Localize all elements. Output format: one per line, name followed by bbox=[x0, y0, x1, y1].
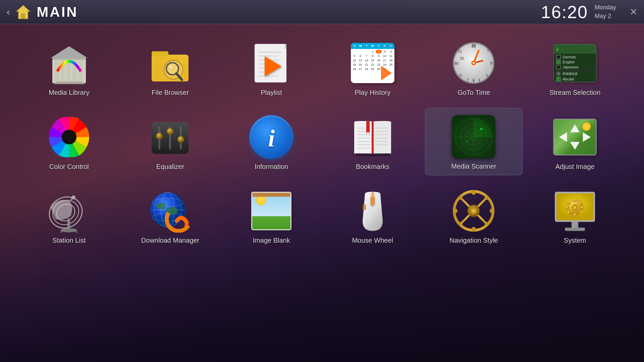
playlist-icon bbox=[250, 41, 293, 85]
playlist-label: Playlist bbox=[261, 89, 282, 97]
navigation-style-label: Navigation Style bbox=[449, 237, 498, 244]
app-grid-row-2: Color Control bbox=[20, 108, 624, 175]
svg-point-77 bbox=[480, 128, 482, 130]
color-control-label: Color Control bbox=[49, 163, 89, 171]
svg-rect-134 bbox=[574, 198, 576, 202]
svg-rect-59 bbox=[372, 121, 374, 154]
close-button[interactable]: ✕ bbox=[630, 6, 637, 17]
svg-rect-131 bbox=[572, 222, 578, 228]
image-blank-icon bbox=[250, 189, 293, 233]
svg-marker-80 bbox=[570, 142, 580, 150]
app-item-information[interactable]: i Information bbox=[222, 108, 320, 175]
svg-rect-135 bbox=[574, 213, 576, 217]
svg-text:1: 1 bbox=[487, 48, 489, 52]
clock-display: 16:20 bbox=[541, 2, 588, 22]
app-item-media-library[interactable]: Media Library bbox=[20, 34, 118, 101]
app-item-image-blank[interactable]: Image Blank bbox=[222, 182, 320, 249]
download-manager-label: Download Manager bbox=[141, 237, 199, 244]
app-item-file-browser[interactable]: File Browser bbox=[121, 34, 219, 101]
app-item-mouse-wheel[interactable]: Mouse Wheel bbox=[324, 182, 422, 249]
system-label: System bbox=[564, 237, 586, 244]
media-scanner-label: Media Scanner bbox=[451, 163, 496, 170]
svg-point-74 bbox=[354, 153, 391, 157]
svg-marker-9 bbox=[51, 46, 88, 58]
svg-point-78 bbox=[466, 141, 468, 142]
file-browser-icon bbox=[148, 41, 192, 85]
svg-point-123 bbox=[453, 208, 458, 213]
app-item-station-list[interactable]: Station List bbox=[20, 182, 118, 249]
system-icon bbox=[553, 189, 597, 233]
app-item-equalizer[interactable]: Equalizer bbox=[121, 108, 219, 175]
station-list-icon bbox=[47, 189, 91, 233]
svg-marker-81 bbox=[559, 132, 567, 142]
svg-text:9: 9 bbox=[460, 73, 462, 77]
goto-time-icon: 12 1 2 3 6 9 10 11 4 7 10 bbox=[452, 41, 495, 85]
svg-rect-29 bbox=[258, 75, 278, 77]
adjust-image-icon bbox=[553, 115, 597, 159]
svg-point-46 bbox=[473, 62, 475, 64]
date-label: May 2 bbox=[595, 12, 611, 20]
play-history-icon: S M T W T F S 1234 567891011 12131415161… bbox=[351, 41, 394, 85]
app-item-color-control[interactable]: Color Control bbox=[20, 108, 118, 175]
header-left: ‹ MAIN bbox=[7, 4, 541, 20]
svg-marker-79 bbox=[570, 124, 580, 132]
app-item-stream-selection[interactable]: ♪ German English Japanese bbox=[526, 34, 624, 101]
back-button[interactable]: ‹ bbox=[7, 7, 10, 17]
navigation-style-icon bbox=[452, 189, 495, 233]
svg-point-99 bbox=[156, 202, 166, 209]
svg-point-19 bbox=[169, 65, 172, 69]
equalizer-label: Equalizer bbox=[156, 163, 184, 171]
svg-rect-3 bbox=[52, 58, 86, 60]
svg-point-122 bbox=[471, 227, 476, 232]
play-history-label: Play History bbox=[355, 89, 390, 97]
svg-text:4: 4 bbox=[478, 78, 480, 82]
svg-rect-137 bbox=[581, 206, 584, 209]
home-icon[interactable] bbox=[15, 4, 31, 20]
header: ‹ MAIN 16:20 Monday May 2 ✕ bbox=[0, 0, 644, 24]
station-list-label: Station List bbox=[52, 237, 86, 244]
svg-rect-13 bbox=[152, 51, 168, 56]
app-item-download-manager[interactable]: Download Manager bbox=[121, 182, 219, 249]
main-content: Media Library bbox=[0, 24, 644, 259]
date-display: Monday May 2 bbox=[595, 3, 616, 20]
app-item-media-scanner[interactable]: Media Scanner bbox=[425, 108, 523, 175]
svg-rect-24 bbox=[258, 55, 278, 57]
media-scanner-icon bbox=[452, 115, 495, 159]
svg-marker-82 bbox=[583, 132, 591, 142]
app-item-goto-time[interactable]: 12 1 2 3 6 9 10 11 4 7 10 bbox=[425, 34, 523, 101]
app-item-play-history[interactable]: S M T W T F S 1234 567891011 12131415161… bbox=[324, 34, 422, 101]
app-grid-row-1: Media Library bbox=[20, 34, 624, 101]
svg-text:10: 10 bbox=[460, 56, 464, 60]
app-item-playlist[interactable]: Playlist bbox=[222, 34, 320, 101]
download-manager-icon bbox=[148, 189, 192, 233]
stream-selection-label: Stream Selection bbox=[549, 89, 600, 97]
svg-point-54 bbox=[156, 133, 163, 139]
svg-point-126 bbox=[485, 222, 489, 226]
svg-point-120 bbox=[472, 209, 475, 213]
bookmarks-icon bbox=[351, 115, 394, 159]
mouse-wheel-icon bbox=[351, 189, 394, 233]
stream-selection-icon: ♪ German English Japanese bbox=[553, 41, 597, 85]
app-item-system[interactable]: System bbox=[526, 182, 624, 249]
svg-point-58 bbox=[177, 136, 184, 143]
media-library-label: Media Library bbox=[49, 89, 89, 97]
svg-rect-23 bbox=[258, 51, 281, 53]
svg-rect-108 bbox=[363, 204, 366, 210]
app-item-bookmarks[interactable]: Bookmarks bbox=[324, 108, 422, 175]
svg-rect-1 bbox=[21, 13, 25, 19]
file-browser-label: File Browser bbox=[152, 89, 189, 97]
svg-text:7: 7 bbox=[467, 78, 469, 82]
svg-point-127 bbox=[485, 196, 489, 200]
bookmarks-label: Bookmarks bbox=[356, 163, 389, 171]
header-right: 16:20 Monday May 2 ✕ bbox=[541, 2, 637, 22]
color-control-icon bbox=[47, 115, 91, 159]
svg-point-125 bbox=[459, 196, 463, 200]
svg-point-56 bbox=[167, 128, 173, 135]
app-item-navigation-style[interactable]: Navigation Style bbox=[425, 182, 523, 249]
svg-rect-136 bbox=[566, 206, 569, 209]
svg-point-143 bbox=[573, 206, 577, 209]
media-library-icon bbox=[47, 41, 91, 85]
app-item-adjust-image[interactable]: Adjust Image bbox=[526, 108, 624, 175]
svg-point-121 bbox=[471, 190, 476, 195]
mouse-wheel-label: Mouse Wheel bbox=[352, 237, 393, 244]
